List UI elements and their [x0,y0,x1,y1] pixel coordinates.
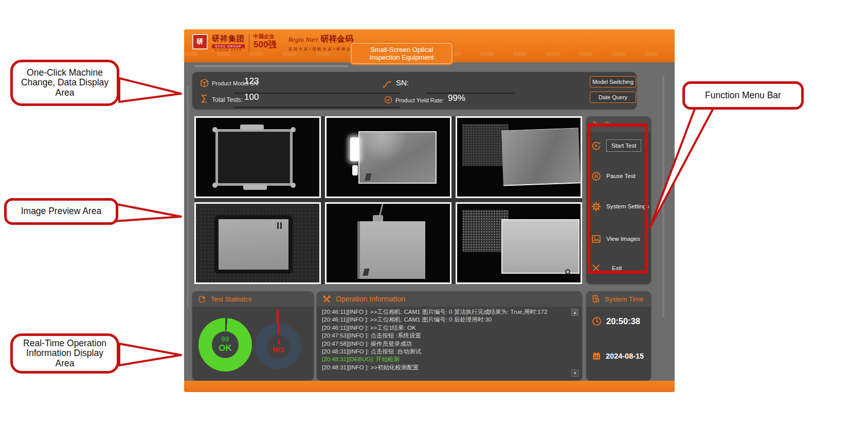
evoc-logo-icon: 研 [192,34,208,49]
page-title: Small-Screen Optical Inspection Equipmen… [351,43,453,64]
yield-check-icon [384,95,393,104]
operation-log[interactable]: [20:46:11][INFO ]: >>工位相机: CAM1 图片编号: 0 … [322,308,569,378]
scroll-down-button[interactable]: ▼ [571,369,578,377]
sigma-icon [199,94,209,104]
callout-tail-realtime-info [119,344,181,365]
ok-count: 99 [198,335,252,343]
preview-image-cam6 [456,202,582,284]
log-line: [20:46:11][INFO ]: >>工位1结果: OK [322,324,569,332]
view-images-icon [591,234,602,244]
start-test-icon [591,140,602,151]
system-settings-button[interactable]: System Settings [586,198,651,215]
yield-label: Product Yield Rate: [395,97,444,103]
preview-image-cam2 [325,116,451,198]
system-settings-label: System Settings [606,203,649,209]
system-settings-icon [591,201,602,212]
yield-value: 99% [448,93,465,103]
preview-image-cam4 [194,202,321,284]
crossed-tools-icon [322,294,332,304]
log-line: [20:47:53][INFO ]: 点击按钮 :系统设置 [322,332,569,340]
callout-function-menu-bar: Function Menu Bar [682,81,804,110]
logo-script-text: Regiu Nurr [288,36,318,44]
logo-product-brand: 研祥金码 [320,34,353,45]
total-tests-value: 100 [244,92,259,102]
product-box-icon [200,78,209,88]
scroll-up-button[interactable]: ▲ [571,309,578,316]
decor-line [194,65,349,67]
click-icon [591,120,600,129]
app-header: 研 研祥集团 EVOC GROUP SINCE 1979 中国企业 500强 R… [184,29,675,62]
system-time-header: System Time [586,291,651,307]
system-time-panel: System Time 20:50:38 2024-08-15 [586,291,651,381]
logo-tagline: 读码专家+瑕检专家=研祥金码 [288,46,356,52]
exit-button[interactable]: Exit [586,259,651,277]
callout-image-preview-area: Image Preview Area [4,198,118,225]
calendar-icon [591,351,602,361]
start-test-label: Start Test [606,139,641,152]
exit-icon [591,263,601,273]
start-test-button[interactable]: Start Test [586,137,651,154]
log-line-debug: [20:48:31][DEBUG]: 开始检测 [322,356,569,363]
field-underline [426,93,515,94]
page-title-line1: Small-Screen Optical [370,46,433,54]
test-statistics-panel: Test Statistics 99 OK 1 NG [192,291,314,381]
pause-test-icon [591,171,602,182]
callout-tail-data-display [119,78,181,102]
logo-divider [249,34,249,52]
logo-brand-en: EVOC GROUP [212,44,245,48]
preview-image-cam3 [456,116,582,198]
evoc-logo: 研 研祥集团 EVOC GROUP SINCE 1979 中国企业 500强 R… [192,34,357,52]
model-switching-button[interactable]: Model Switching [590,76,636,87]
log-line: [20:48:31][INFO ]: 点击按钮 :自动测试 [322,348,569,356]
document-clock-icon [591,294,601,304]
ng-count: 1 [255,339,301,346]
operation-information-header: Operation Information [317,291,582,307]
test-statistics-header: Test Statistics [192,291,314,307]
inspection-app-window: 研 研祥集团 EVOC GROUP SINCE 1979 中国企业 500强 R… [184,29,675,392]
function-menu-header: C [586,116,651,132]
log-line: [20:46:11][INFO ]: >>工位相机: CAM1 图片编号: 0 … [322,308,569,316]
ok-label: OK [198,344,252,353]
log-line: [20:47:58][INFO ]: 操作员登录成功 [322,340,569,348]
callout-tail-image-preview [114,204,181,221]
product-model-value: 123 [244,76,259,86]
view-images-button[interactable]: View Images [586,230,651,247]
ng-label: NG [255,346,301,354]
decor-line [662,76,664,317]
date-query-button[interactable]: Date Query [590,92,636,103]
clock-icon [591,316,602,327]
operation-information-title: Operation Information [336,295,405,303]
operation-information-panel: Operation Information [20:46:11][INFO ]:… [317,291,582,381]
pause-test-button[interactable]: Pause Test [586,167,651,185]
callout-data-display-area: One-Click Machine Change, Data Display A… [10,60,119,106]
test-statistics-title: Test Statistics [211,295,251,303]
logo-rank-bottom: 500强 [254,40,277,49]
system-time-value: 20:50:38 [606,316,640,326]
pie-chart-icon [197,294,207,304]
ng-tick-mark [277,310,279,324]
total-tests-label: Total Tests: [212,96,243,103]
preview-image-cam1 [194,116,321,198]
callout-realtime-info-area: Real-Time Operation Information Display … [10,333,119,374]
screenshot-canvas: 研 研祥集团 EVOC GROUP SINCE 1979 中国企业 500强 R… [0,0,868,443]
sn-route-icon [382,78,392,89]
function-menu-title: C [604,120,609,128]
field-underline [234,107,400,108]
decor-line [187,86,189,307]
logo-brand-cn: 研祥集团 [212,34,245,44]
system-time-title: System Time [605,295,643,303]
system-date-value: 2024-08-15 [606,352,644,360]
function-menu-panel: C Start Test Pause Test System Settings [586,116,651,284]
view-images-label: View Images [606,236,640,242]
pause-test-label: Pause Test [606,173,636,179]
image-preview-area [194,116,582,284]
logo-since: SINCE 1979 [212,48,245,51]
sn-label: SN: [396,78,409,87]
app-footer-bar [184,381,675,392]
preview-image-cam5 [325,202,451,284]
log-line: [20:46:11][INFO ]: >>工位相机: CAM1 图片编号: 0 … [322,316,569,324]
page-title-line2: Inspection Equipment [369,54,433,61]
log-line: [20:48:31][INFO ]: >>初始化检测配置 [322,364,569,371]
exit-label: Exit [612,265,622,271]
logo-rank-top: 中国企业 [254,34,277,39]
